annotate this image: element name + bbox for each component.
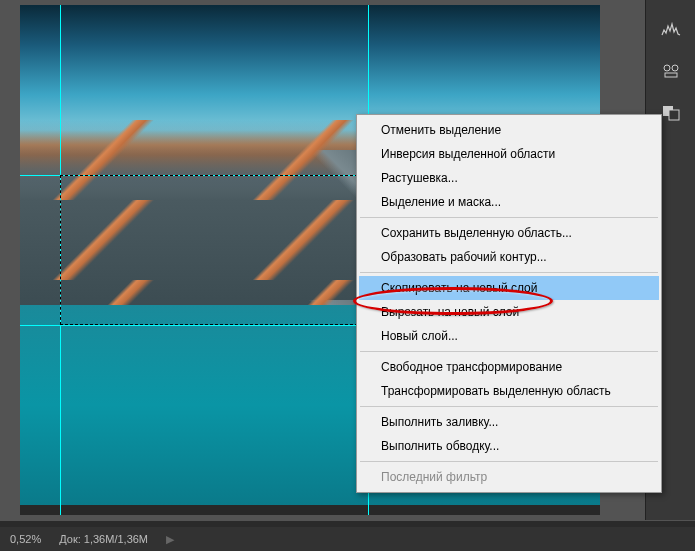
menu-deselect[interactable]: Отменить выделение [359,118,659,142]
menu-free-transform[interactable]: Свободное трансформирование [359,355,659,379]
marquee-selection[interactable] [60,175,368,325]
doc-size: 1,36M/1,36M [84,533,148,545]
menu-cut-to-new-layer[interactable]: Вырезать на новый слой [359,300,659,324]
menu-transform-selection[interactable]: Трансформировать выделенную область [359,379,659,403]
menu-separator [360,406,658,407]
menu-make-work-path[interactable]: Образовать рабочий контур... [359,245,659,269]
svg-point-1 [672,65,678,71]
svg-rect-4 [669,110,679,120]
menu-separator [360,217,658,218]
menu-stroke[interactable]: Выполнить обводку... [359,434,659,458]
menu-fill[interactable]: Выполнить заливку... [359,410,659,434]
histogram-icon[interactable] [658,18,684,40]
bottom-frame: 0,52% Док: 1,36M/1,36M ▶ [0,521,695,551]
svg-rect-2 [665,73,677,77]
menu-separator [360,461,658,462]
svg-point-0 [664,65,670,71]
menu-new-layer[interactable]: Новый слой... [359,324,659,348]
context-menu: Отменить выделение Инверсия выделенной о… [356,114,662,493]
menu-select-mask[interactable]: Выделение и маска... [359,190,659,214]
doc-label: Док: [59,533,81,545]
menu-feather[interactable]: Растушевка... [359,166,659,190]
menu-copy-to-new-layer[interactable]: Скопировать на новый слой [359,276,659,300]
menu-invert-selection[interactable]: Инверсия выделенной области [359,142,659,166]
status-arrow-icon[interactable]: ▶ [166,533,174,546]
zoom-level[interactable]: 0,52% [10,533,41,545]
menu-save-selection[interactable]: Сохранить выделенную область... [359,221,659,245]
menu-last-filter: Последний фильтр [359,465,659,489]
status-bar: 0,52% Док: 1,36M/1,36M ▶ [0,527,695,551]
menu-separator [360,272,658,273]
menu-separator [360,351,658,352]
adjustments-icon[interactable] [658,60,684,82]
